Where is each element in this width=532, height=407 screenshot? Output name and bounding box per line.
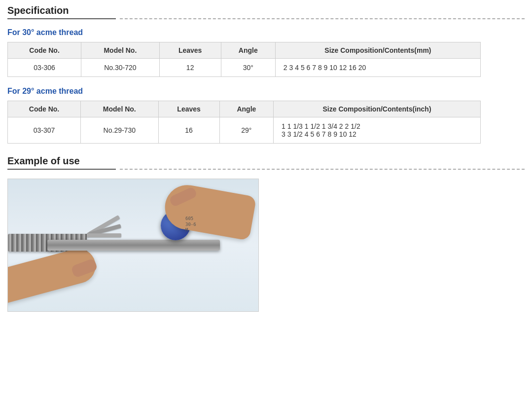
table30-section: For 30° acme thread Code No. Model No. L…: [7, 28, 525, 77]
table-30-acme: Code No. Model No. Leaves Angle Size Com…: [7, 42, 481, 77]
col-code-no: Code No.: [8, 42, 81, 59]
example-divider-dashed: [120, 169, 525, 170]
cell-size-30: 2 3 4 5 6 7 8 9 10 12 16 20: [275, 59, 480, 77]
col29-model-no: Model No.: [81, 101, 158, 117]
right-hand: [165, 189, 259, 248]
specification-divider: [7, 18, 525, 19]
example-title: Example of use: [7, 155, 525, 167]
table-header-row: Code No. Model No. Leaves Angle Size Com…: [8, 42, 481, 59]
col-model-no: Model No.: [81, 42, 160, 59]
example-section: Example of use: [7, 155, 525, 312]
col-leaves: Leaves: [159, 42, 221, 59]
cell-model-30: No.30-720: [81, 59, 160, 77]
table-29-acme: Code No. Model No. Leaves Angle Size Com…: [7, 101, 481, 144]
cell-size-29: 1 1 1/3 1 1/2 1 3/4 2 2 1/2 3 3 1/2 4 5 …: [274, 117, 481, 144]
divider-dashed-line: [120, 18, 525, 19]
cell-code-30: 03-306: [8, 59, 81, 77]
tool-leaves: [87, 219, 126, 258]
table-row-29: 03-307 No.29-730 16 29° 1 1 1/3 1 1/2 1 …: [8, 117, 481, 144]
leaf3: [87, 233, 121, 237]
tool-label: 605 30-6 M: [185, 216, 196, 233]
example-image: 605 30-6 M: [7, 179, 259, 312]
table-row: 03-306 No.30-720 12 30° 2 3 4 5 6 7 8 9 …: [8, 59, 481, 77]
table29-section: For 29° acme thread Code No. Model No. L…: [7, 87, 525, 144]
size-line1: 1 1 1/3 1 1/2 1 3/4 2 2 1/2: [282, 122, 360, 130]
cell-leaves-29: 16: [158, 117, 219, 144]
cell-model-29: No.29-730: [81, 117, 158, 144]
col29-angle: Angle: [219, 101, 273, 117]
cell-angle-29: 29°: [219, 117, 273, 144]
col-size-mm: Size Composition/Contents(mm): [275, 42, 480, 59]
right-palm: [162, 182, 257, 241]
col29-size-inch: Size Composition/Contents(inch): [274, 101, 481, 117]
table29-subtitle: For 29° acme thread: [7, 87, 525, 96]
table30-subtitle: For 30° acme thread: [7, 28, 525, 37]
divider-solid-line: [7, 18, 116, 19]
cell-leaves-30: 12: [159, 59, 221, 77]
col29-leaves: Leaves: [158, 101, 219, 117]
col29-code-no: Code No.: [8, 101, 81, 117]
table-header-row-29: Code No. Model No. Leaves Angle Size Com…: [8, 101, 481, 117]
specification-title: Specification: [7, 5, 525, 16]
cell-angle-30: 30°: [221, 59, 275, 77]
col-angle: Angle: [221, 42, 275, 59]
left-hand: [7, 257, 106, 306]
example-divider-solid: [7, 169, 116, 170]
cell-code-29: 03-307: [8, 117, 81, 144]
example-divider: [7, 169, 525, 170]
specification-section: Specification For 30° acme thread Code N…: [7, 5, 525, 144]
size-line2: 3 3 1/2 4 5 6 7 8 9 10 12: [282, 130, 356, 138]
